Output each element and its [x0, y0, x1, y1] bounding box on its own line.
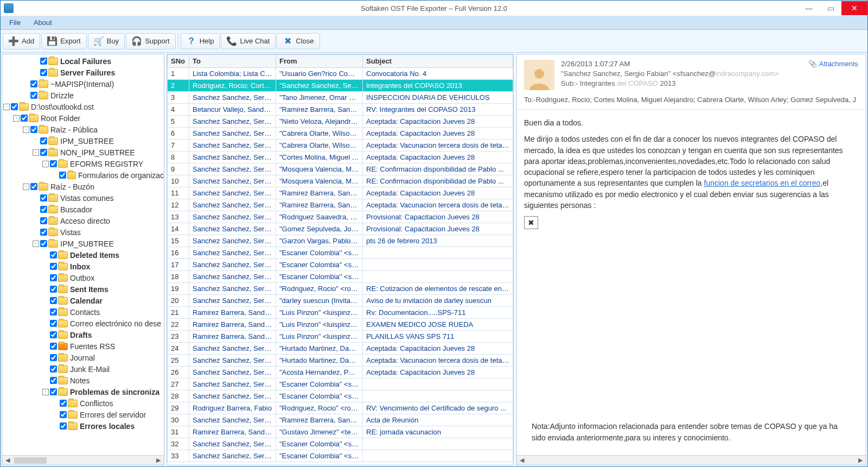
table-row[interactable]: 27Sanchez Sanchez, Sergio F..."Escaner C…	[168, 378, 513, 390]
collapse-icon[interactable]: -	[23, 184, 29, 190]
table-row[interactable]: 6Sanchez Sanchez, Sergio F..."Cabrera Ol…	[168, 128, 513, 140]
close-window-button[interactable]: ✕	[841, 1, 867, 15]
attachments-link[interactable]: 📎 Attachments	[808, 60, 858, 68]
tree-item[interactable]: Inbox	[3, 261, 164, 272]
tree-checkbox[interactable]	[50, 251, 57, 258]
close-button[interactable]: ✖ Close	[277, 33, 320, 49]
table-row[interactable]: 22Ramirez Barrera, Sandra ..."Luis Pinzo…	[168, 319, 513, 331]
tree-checkbox[interactable]	[50, 377, 57, 384]
tree-item[interactable]: Errores del servidor	[3, 409, 164, 420]
menu-file[interactable]: File	[3, 17, 27, 28]
tree-checkbox[interactable]	[40, 69, 47, 76]
scroll-left-icon[interactable]: ◀	[518, 457, 526, 464]
tree-item[interactable]: Server Failures	[3, 67, 164, 78]
tree-item[interactable]: -D:\ost\outlookd.ost	[3, 101, 164, 112]
tree-checkbox[interactable]	[50, 343, 57, 350]
tree-item[interactable]: Fuentes RSS	[3, 340, 164, 352]
table-row[interactable]: 5Sanchez Sanchez, Sergio F..."Nieto Velo…	[168, 116, 513, 128]
table-row[interactable]: 7Sanchez Sanchez, Sergio F..."Cabrera Ol…	[168, 140, 513, 152]
tree-checkbox[interactable]	[40, 206, 47, 213]
scroll-right-icon[interactable]: ▶	[856, 457, 865, 464]
tree-item[interactable]: -Raíz - Pública	[3, 124, 164, 135]
tree-item[interactable]: Sent Items	[3, 283, 164, 295]
support-button[interactable]: 🎧 Support	[126, 33, 176, 49]
table-row[interactable]: 31Ramirez Barrera, Sandra ..."Gustavo Ji…	[168, 426, 513, 438]
table-row[interactable]: 26Sanchez Sanchez, Sergio F..."Acosta He…	[168, 367, 513, 378]
tree-item[interactable]: Errores locales	[3, 420, 164, 432]
export-button[interactable]: 💾 Export	[41, 33, 87, 49]
table-row[interactable]: 23Ramirez Barrera, Sandra ..."Luis Pinzo…	[168, 331, 513, 343]
add-button[interactable]: ➕ Add	[3, 33, 40, 49]
maximize-button[interactable]: ▭	[820, 1, 841, 15]
table-row[interactable]: 29Rodriguez Barrera, Fabio"Rodriguez, Ro…	[168, 402, 513, 414]
folder-tree-scroll[interactable]: Local FailuresServer Failures~MAPISP(Int…	[2, 54, 164, 455]
table-row[interactable]: 28Sanchez Sanchez, Sergio F..."Escaner C…	[168, 390, 513, 402]
tree-checkbox[interactable]	[40, 58, 47, 65]
tree-item[interactable]: Contacts	[3, 306, 164, 318]
tree-checkbox[interactable]	[50, 365, 57, 373]
tree-checkbox[interactable]	[40, 137, 47, 144]
table-row[interactable]: 25Sanchez Sanchez, Sergio F..."Hurtado M…	[168, 355, 513, 367]
table-row[interactable]: 2Rodriguez, Rocio; Cortes ..."Sanchez Sa…	[168, 80, 513, 92]
col-subject[interactable]: Subject	[363, 55, 513, 68]
livechat-button[interactable]: 📞 Live Chat	[221, 33, 276, 49]
tree-checkbox[interactable]	[30, 183, 37, 190]
tree-checkbox[interactable]	[30, 92, 37, 99]
tree-item[interactable]: Junk E-Mail	[3, 363, 164, 375]
tree-checkbox[interactable]	[40, 149, 47, 156]
tree-item[interactable]: Deleted Items	[3, 249, 164, 261]
scroll-left-icon[interactable]: ◀	[3, 457, 12, 464]
preview-hscroll[interactable]: ◀ ▶	[516, 455, 866, 465]
scroll-right-icon[interactable]: ▶	[154, 457, 163, 464]
tree-item[interactable]: Local Failures	[3, 55, 164, 67]
tree-item[interactable]: Journal	[3, 352, 164, 363]
tree-item[interactable]: Drizzle	[3, 90, 164, 101]
tree-checkbox[interactable]	[40, 229, 47, 236]
tree-checkbox[interactable]	[30, 80, 37, 87]
tree-item[interactable]: Drafts	[3, 329, 164, 340]
tree-checkbox[interactable]	[21, 115, 28, 122]
col-from[interactable]: From	[276, 55, 363, 68]
tree-item[interactable]: Conflictos	[3, 397, 164, 409]
tree-checkbox[interactable]	[50, 263, 57, 270]
table-row[interactable]: 9Sanchez Sanchez, Sergio F..."Mosquera V…	[168, 163, 513, 175]
tree-item[interactable]: Calendar	[3, 295, 164, 306]
collapse-icon[interactable]: -	[3, 104, 10, 110]
tree-item[interactable]: -IPM_SUBTREE	[3, 238, 164, 249]
body-link[interactable]: funcion de secretarios en el correo	[704, 179, 821, 187]
tree-checkbox[interactable]	[40, 217, 47, 224]
tree-item[interactable]: Acceso directo	[3, 215, 164, 226]
table-row[interactable]: 1Lista Colombia; Lista Colo..."Usuario G…	[168, 68, 513, 80]
tree-item[interactable]: Notes	[3, 375, 164, 386]
tree-item[interactable]: -Root Folder	[3, 112, 164, 124]
tree-item[interactable]: -NON_IPM_SUBTREE	[3, 147, 164, 158]
tree-checkbox[interactable]	[60, 411, 67, 418]
tree-checkbox[interactable]	[40, 194, 47, 201]
collapse-icon[interactable]: -	[33, 241, 39, 247]
table-row[interactable]: 13Sanchez Sanchez, Sergio F..."Rodriguez…	[168, 211, 513, 223]
tree-checkbox[interactable]	[50, 308, 57, 315]
tree-hscroll[interactable]: ◀ ▶	[2, 455, 164, 465]
buy-button[interactable]: 🛒 Buy	[88, 33, 125, 49]
table-row[interactable]: 10Sanchez Sanchez, Sergio F..."Mosquera …	[168, 175, 513, 187]
table-row[interactable]: 14Sanchez Sanchez, Sergio F..."Gomez Sep…	[168, 223, 513, 235]
col-sno[interactable]: SNo	[168, 55, 189, 68]
tree-checkbox[interactable]	[50, 354, 57, 361]
table-row[interactable]: 33Sanchez Sanchez, Sergio F..."Escaner C…	[168, 450, 513, 462]
table-row[interactable]: 17Sanchez Sanchez, Sergio F..."Escaner C…	[168, 259, 513, 271]
tree-item[interactable]: Vistas	[3, 226, 164, 238]
preview-body[interactable]: Buen dia a todos. Me dirijo a todos uste…	[516, 110, 866, 455]
minimize-button[interactable]: —	[798, 1, 820, 15]
table-row[interactable]: 12Sanchez Sanchez, Sergio F..."Ramirez B…	[168, 199, 513, 211]
tree-checkbox[interactable]	[60, 400, 67, 407]
table-row[interactable]: 30Sanchez Sanchez, Sergio F..."Ramirez B…	[168, 414, 513, 426]
menu-about[interactable]: About	[27, 17, 59, 28]
tree-checkbox[interactable]	[11, 103, 18, 110]
collapse-icon[interactable]: -	[13, 115, 20, 122]
collapse-icon[interactable]: -	[23, 127, 29, 133]
tree-checkbox[interactable]	[50, 331, 57, 338]
tree-checkbox[interactable]	[30, 126, 37, 133]
table-row[interactable]: 8Sanchez Sanchez, Sergio F..."Cortes Mol…	[168, 152, 513, 163]
table-row[interactable]: 11Sanchez Sanchez, Sergio F..."Ramirez B…	[168, 187, 513, 199]
tree-checkbox[interactable]	[59, 172, 66, 179]
